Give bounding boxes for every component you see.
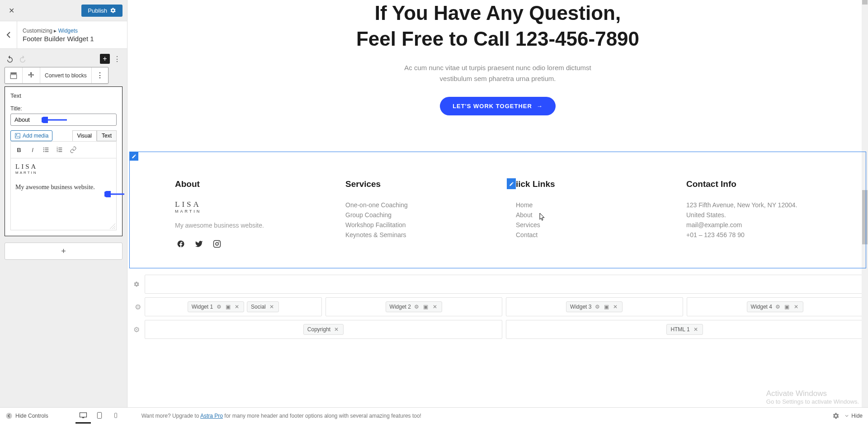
row-settings-button[interactable] xyxy=(132,275,141,294)
block-type-button[interactable] xyxy=(5,67,23,83)
more-options-button[interactable]: ⋮ xyxy=(112,53,123,64)
builder-cell[interactable]: Widget 3⚙▣✕ xyxy=(506,297,683,316)
close-icon[interactable]: ✕ xyxy=(693,326,699,333)
classic-icon xyxy=(9,71,18,80)
breadcrumb-link[interactable]: Widgets xyxy=(58,28,78,34)
italic-button[interactable]: I xyxy=(26,143,39,156)
footer-contact-title: Contact Info xyxy=(686,179,821,189)
footer-preview: About LISA MARTIN My awesome business we… xyxy=(129,152,866,268)
row-settings-button[interactable]: ⚙ xyxy=(132,297,141,316)
list-item[interactable]: Services xyxy=(516,220,650,230)
edit-section-button[interactable] xyxy=(129,152,138,161)
gear-icon[interactable]: ⚙ xyxy=(775,304,781,310)
astra-pro-link[interactable]: Astra Pro xyxy=(200,413,223,419)
builder-cell[interactable]: Widget 1⚙▣✕ Social✕ xyxy=(145,297,322,316)
footer-col-services: Services One-on-one Coaching Group Coach… xyxy=(345,179,480,250)
block-more-button[interactable]: ⋮ xyxy=(92,67,108,83)
gear-icon xyxy=(132,304,135,310)
ol-button[interactable]: 123 xyxy=(53,143,66,156)
visual-tab[interactable]: Visual xyxy=(72,130,97,141)
list-item[interactable]: mail@example.com xyxy=(686,220,821,230)
cta-button[interactable]: LET'S WORK TOGETHER → xyxy=(440,97,556,115)
move-button[interactable] xyxy=(23,67,40,83)
link-button[interactable] xyxy=(67,143,80,156)
settings-button[interactable] xyxy=(832,412,840,419)
resize-handle-icon[interactable] xyxy=(110,224,115,229)
widget-type-label: Text xyxy=(10,92,117,99)
builder-empty-row[interactable] xyxy=(145,275,863,294)
footer-services-title: Services xyxy=(345,179,480,189)
visibility-icon[interactable]: ▣ xyxy=(784,304,790,310)
undo-button[interactable] xyxy=(5,53,15,64)
gear-icon[interactable]: ⚙ xyxy=(414,304,420,310)
close-icon[interactable]: ✕ xyxy=(612,304,618,310)
visibility-icon[interactable]: ▣ xyxy=(603,304,609,310)
bold-button[interactable]: B xyxy=(13,143,25,156)
close-icon[interactable]: ✕ xyxy=(269,304,275,310)
close-icon[interactable]: ✕ xyxy=(432,304,438,310)
hide-controls-button[interactable]: Hide Controls xyxy=(5,412,48,419)
facebook-icon[interactable] xyxy=(175,238,187,250)
hero-heading: If You Have Any Question, Feel Free to C… xyxy=(146,0,850,52)
convert-to-blocks-button[interactable]: Convert to blocks xyxy=(40,67,92,83)
footer-logo-sub: MARTIN xyxy=(175,209,309,214)
edit-widget-button[interactable] xyxy=(507,178,516,189)
widget-chip[interactable]: Widget 4⚙▣✕ xyxy=(747,301,803,312)
gear-icon xyxy=(832,412,840,419)
preview-pane: If You Have Any Question, Feel Free to C… xyxy=(127,0,868,424)
back-button[interactable] xyxy=(0,21,17,48)
list-item[interactable]: Group Coaching xyxy=(345,210,480,220)
widget-chip[interactable]: Widget 3⚙▣✕ xyxy=(566,301,623,312)
redo-icon xyxy=(19,55,27,63)
html-chip[interactable]: HTML 1✕ xyxy=(666,324,703,335)
text-widget: Text Title: Add media Visual Text xyxy=(5,86,123,236)
title-field-label: Title: xyxy=(10,105,117,112)
svg-rect-23 xyxy=(97,412,101,418)
mobile-view-button[interactable] xyxy=(108,408,123,424)
media-icon xyxy=(14,133,21,139)
visibility-icon[interactable]: ▣ xyxy=(423,304,429,310)
list-item[interactable]: Home xyxy=(516,200,650,210)
desktop-view-button[interactable] xyxy=(75,408,91,424)
list-item[interactable]: Workshop Facilitation xyxy=(345,220,480,230)
add-widget-button[interactable]: + xyxy=(5,243,123,260)
publish-button[interactable]: Publish xyxy=(81,5,123,17)
tablet-view-button[interactable] xyxy=(92,408,107,424)
svg-point-18 xyxy=(216,243,218,245)
list-item[interactable]: Contact xyxy=(516,230,650,240)
gear-icon[interactable]: ⚙ xyxy=(594,304,600,310)
mobile-icon xyxy=(113,411,118,419)
rich-text-editor[interactable]: LISA MARTIN My awesome business website. xyxy=(10,158,117,230)
hero-section: If You Have Any Question, Feel Free to C… xyxy=(127,0,868,133)
widget-chip[interactable]: Widget 2⚙▣✕ xyxy=(386,301,442,312)
footer-quicklinks-title: iick Links xyxy=(516,179,650,189)
svg-rect-13 xyxy=(58,149,62,150)
close-icon[interactable]: ✕ xyxy=(333,326,340,333)
copyright-chip[interactable]: Copyright✕ xyxy=(303,324,344,335)
close-icon[interactable]: ✕ xyxy=(793,304,799,310)
builder-cell[interactable]: Widget 2⚙▣✕ xyxy=(326,297,503,316)
close-customizer-button[interactable]: ✕ xyxy=(5,4,18,17)
close-icon[interactable]: ✕ xyxy=(234,304,240,310)
list-item[interactable]: Keynotes & Seminars xyxy=(345,230,480,240)
instagram-icon[interactable] xyxy=(211,238,223,250)
visibility-icon[interactable]: ▣ xyxy=(225,304,231,310)
add-media-button[interactable]: Add media xyxy=(10,130,52,141)
builder-cell[interactable]: HTML 1✕ xyxy=(506,320,863,339)
widget-chip[interactable]: Widget 1⚙▣✕ xyxy=(188,301,244,312)
svg-rect-1 xyxy=(10,74,17,78)
publish-label: Publish xyxy=(88,7,107,14)
twitter-icon[interactable] xyxy=(193,238,205,250)
list-item[interactable]: One-on-one Coaching xyxy=(345,200,480,210)
text-tab[interactable]: Text xyxy=(97,130,117,141)
ul-button[interactable] xyxy=(40,143,52,156)
list-item[interactable]: About xyxy=(516,210,650,220)
cursor-icon xyxy=(539,213,546,221)
builder-cell[interactable]: Copyright✕ xyxy=(145,320,502,339)
hide-builder-button[interactable]: Hide xyxy=(844,413,863,419)
row-settings-button[interactable]: ⚙ xyxy=(132,320,141,339)
gear-icon[interactable]: ⚙ xyxy=(216,304,222,310)
social-chip[interactable]: Social✕ xyxy=(247,301,279,312)
builder-cell[interactable]: Widget 4⚙▣✕ xyxy=(687,297,864,316)
add-block-button[interactable]: + xyxy=(100,54,110,64)
